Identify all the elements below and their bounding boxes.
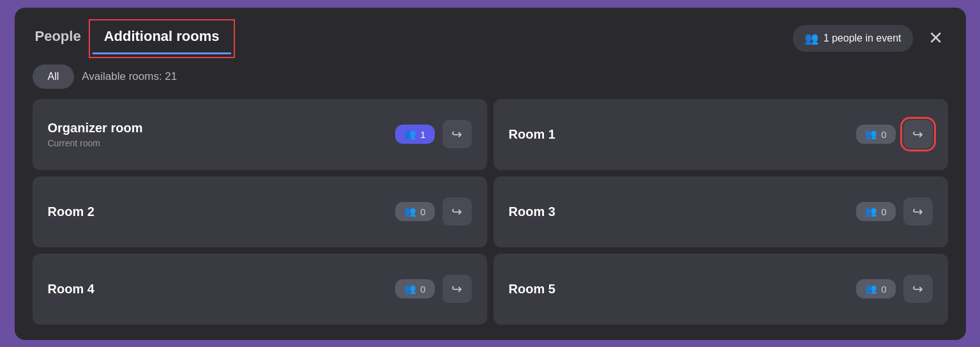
enter-arrow-icon: ↪ (912, 127, 923, 142)
room-info: Room 1 (509, 127, 555, 142)
enter-room-button-room4[interactable]: ↪ (442, 275, 472, 303)
tab-bar: People Additional rooms (33, 23, 231, 54)
rooms-grid: Organizer roomCurrent room👥1↪Room 1👥0↪Ro… (33, 99, 948, 325)
room-actions: 👥0↪ (856, 197, 932, 226)
people-icon: 👥 (404, 283, 416, 295)
count-value: 1 (420, 129, 425, 140)
enter-room-button-room5[interactable]: ↪ (903, 275, 933, 303)
room-info: Room 4 (48, 282, 94, 297)
people-icon: 👥 (404, 206, 416, 217)
modal-header: People Additional rooms 👥 1 people in ev… (33, 23, 948, 54)
room-name: Room 4 (48, 282, 94, 297)
room-card-room3: Room 3👥0↪ (494, 176, 948, 247)
room-name: Room 1 (509, 127, 555, 142)
count-badge: 👥0 (395, 279, 434, 298)
count-badge: 👥1 (395, 125, 434, 144)
count-badge: 👥0 (856, 279, 895, 298)
enter-arrow-icon: ↪ (912, 281, 923, 297)
room-card-room1: Room 1👥0↪ (494, 99, 948, 170)
filter-row: All Available rooms: 21 (33, 65, 948, 89)
room-actions: 👥0↪ (395, 197, 471, 226)
room-card-room5: Room 5👥0↪ (494, 254, 948, 325)
enter-room-button-room1[interactable]: ↪ (903, 120, 933, 148)
people-icon: 👥 (404, 128, 416, 140)
enter-room-button-room2[interactable]: ↪ (442, 197, 472, 226)
people-event-button[interactable]: 👥 1 people in event (793, 25, 913, 52)
room-actions: 👥0↪ (856, 275, 932, 303)
room-info: Room 5 (509, 282, 555, 297)
people-icon: 👥 (865, 128, 877, 140)
count-badge: 👥0 (395, 202, 434, 221)
people-event-label: 1 people in event (824, 33, 901, 44)
count-value: 0 (420, 284, 425, 295)
room-actions: 👥0↪ (395, 275, 471, 303)
enter-arrow-icon: ↪ (451, 281, 462, 297)
people-icon: 👥 (804, 31, 818, 45)
available-rooms-label: Available rooms: 21 (82, 70, 177, 83)
room-card-room2: Room 2👥0↪ (33, 176, 487, 247)
enter-arrow-icon: ↪ (451, 127, 462, 142)
room-name: Room 5 (509, 282, 555, 297)
tab-additional-rooms[interactable]: Additional rooms (93, 23, 231, 54)
count-badge: 👥0 (856, 125, 895, 144)
enter-room-button-organizer[interactable]: ↪ (442, 120, 472, 148)
header-right: 👥 1 people in event ✕ (793, 25, 948, 52)
enter-arrow-icon: ↪ (912, 204, 923, 219)
enter-room-button-room3[interactable]: ↪ (903, 197, 933, 226)
people-icon: 👥 (865, 283, 877, 295)
count-value: 0 (881, 284, 886, 295)
room-subtitle: Current room (48, 138, 143, 148)
close-button[interactable]: ✕ (923, 27, 948, 50)
count-value: 0 (881, 129, 886, 140)
room-info: Organizer roomCurrent room (48, 121, 143, 148)
modal-panel: People Additional rooms 👥 1 people in ev… (15, 8, 966, 340)
room-name: Room 2 (48, 204, 94, 219)
all-filter-button[interactable]: All (33, 65, 75, 89)
count-value: 0 (420, 206, 425, 217)
room-actions: 👥1↪ (395, 120, 471, 148)
count-badge: 👥0 (856, 202, 895, 221)
tab-people[interactable]: People (33, 23, 93, 54)
room-info: Room 2 (48, 204, 94, 219)
room-info: Room 3 (509, 204, 555, 219)
room-card-organizer: Organizer roomCurrent room👥1↪ (33, 99, 487, 170)
count-value: 0 (881, 206, 886, 217)
enter-arrow-icon: ↪ (451, 204, 462, 219)
room-name: Room 3 (509, 204, 555, 219)
people-icon: 👥 (865, 206, 877, 217)
room-name: Organizer room (48, 121, 143, 135)
room-card-room4: Room 4👥0↪ (33, 254, 487, 325)
room-actions: 👥0↪ (856, 120, 932, 148)
